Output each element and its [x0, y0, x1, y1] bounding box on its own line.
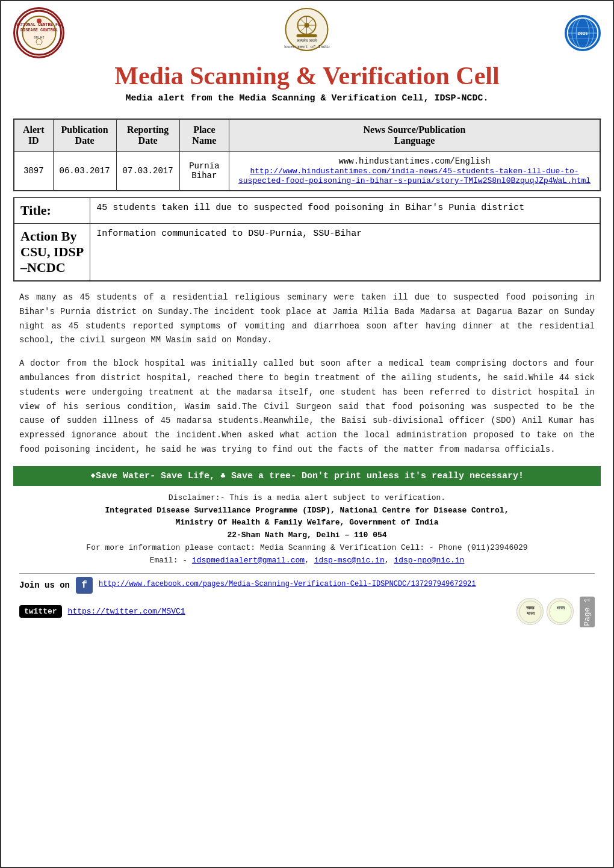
col-news-source-line1: News Source/Publication: [364, 125, 466, 135]
social-join-row: Join us on f http://www.facebook.com/pag…: [19, 577, 595, 594]
svg-text:Government of India: Government of India: [285, 45, 330, 49]
news-url-main: www.hindustantimes.com/English: [339, 156, 491, 166]
svg-text:2025: 2025: [577, 31, 588, 35]
govt-emblem: सत्यमेव जयते Government of India: [285, 7, 330, 52]
email-link-1[interactable]: idspmediaalert@gmail.com: [192, 556, 305, 565]
col-rep-date-line2: Date: [138, 135, 158, 146]
svg-text:DELHI: DELHI: [34, 35, 45, 40]
green-bar-text: ♦Save Water- Save Life, ♣ Save a tree- D…: [90, 471, 524, 481]
page-header: NATIONAL CENTRE FOR DISEASE CONTROL DELH…: [1, 1, 613, 112]
disclaimer-section: Disclaimer:- This is a media alert subje…: [19, 492, 595, 567]
table-header-row: Alert ID Publication Date Reporting Date…: [14, 119, 600, 152]
rep-date-cell: 07.03.2017: [116, 152, 179, 191]
place-cell: Purnia Bihar: [179, 152, 229, 191]
place-line1: Purnia: [189, 161, 219, 171]
disclaimer-line3: Ministry Of Health & Family Welfare, Gov…: [19, 517, 595, 529]
news-source-cell: www.hindustantimes.com/English http://ww…: [229, 152, 600, 191]
email-link-2[interactable]: idsp-msc@nic.in: [314, 556, 385, 565]
title-label: Title:: [14, 198, 90, 224]
main-title: Media Scanning & Verification Cell: [114, 61, 499, 90]
join-label: Join us on: [19, 580, 70, 590]
col-news-source-line2: Language: [394, 135, 435, 146]
action-label-line3: –NCDC: [20, 260, 66, 275]
col-pub-date-line2: Date: [75, 135, 95, 146]
alert-table: Alert ID Publication Date Reporting Date…: [13, 119, 601, 191]
title-value: 45 students taken ill due to suspected f…: [90, 198, 600, 224]
disclaimer-email: Email: - idspmediaalert@gmail.com, idsp-…: [19, 555, 595, 567]
svg-point-28: [550, 601, 571, 623]
ncdc-logo: NATIONAL CENTRE FOR DISEASE CONTROL DELH…: [13, 7, 64, 58]
disclaimer-line4: 22-Sham Nath Marg, Delhi – 110 054: [19, 529, 595, 542]
svg-point-6: [37, 19, 42, 23]
alert-id-cell: 3897: [14, 152, 53, 191]
subtitle: Media alert from the Media Scanning & Ve…: [125, 93, 488, 103]
place-line2: Bihar: [191, 171, 217, 180]
twitter-link[interactable]: https://twitter.com/MSVC1: [68, 607, 185, 616]
info-table: Title: 45 students taken ill due to susp…: [13, 197, 601, 282]
svg-rect-14: [297, 34, 317, 37]
svg-text:DISEASE CONTROL: DISEASE CONTROL: [20, 28, 57, 32]
col-rep-date: Reporting Date: [116, 119, 179, 152]
article-body: As many as 45 students of a residential …: [19, 291, 595, 457]
col-place-name: Place Name: [179, 119, 229, 152]
bharat-logo: भारत: [547, 598, 574, 625]
header-logos-row: NATIONAL CENTRE FOR DISEASE CONTROL DELH…: [13, 7, 601, 58]
article-para2: A doctor from the block hospital was ini…: [19, 357, 595, 457]
facebook-icon: f: [76, 577, 93, 594]
disclaimer-line2: Integrated Disease Surveillance Programm…: [19, 505, 595, 517]
swachh-logo: स्वच्छ भारत: [516, 598, 544, 625]
globe-logo: 2025: [565, 15, 601, 51]
title-row: Media Scanning & Verification Cell: [13, 61, 601, 90]
col-pub-date-line1: Publication: [61, 125, 108, 135]
col-alert-id: Alert ID: [14, 119, 53, 152]
action-label-line1: Action By: [20, 229, 77, 244]
col-news-source: News Source/Publication Language: [229, 119, 600, 152]
email-link-3[interactable]: idsp-npo@nic.in: [394, 556, 464, 565]
table-row: 3897 06.03.2017 07.03.2017 Purnia Bihar …: [14, 152, 600, 191]
pub-date-cell: 06.03.2017: [53, 152, 116, 191]
green-bar: ♦Save Water- Save Life, ♣ Save a tree- D…: [13, 466, 601, 486]
footer-separator: [19, 573, 595, 574]
col-pub-date: Publication Date: [53, 119, 116, 152]
action-info-row: Action By CSU, IDSP –NCDC Information co…: [14, 224, 600, 282]
swachh-bharat-logos: स्वच्छ भारत भारत: [516, 598, 574, 625]
twitter-logo: twitter: [19, 605, 62, 618]
page-number: Page 1: [580, 597, 595, 627]
news-url-link[interactable]: http://www.hindustantimes.com/india-news…: [238, 167, 591, 185]
disclaimer-line5: For more information please contact: Med…: [19, 542, 595, 555]
svg-text:सत्यमेव जयते: सत्यमेव जयते: [296, 38, 317, 43]
facebook-link[interactable]: http://www.facebook.com/pages/Media-Scan…: [99, 580, 476, 588]
col-rep-date-line1: Reporting: [127, 125, 169, 135]
title-info-row: Title: 45 students taken ill due to susp…: [14, 198, 600, 224]
action-value: Information communicated to DSU-Purnia, …: [90, 224, 600, 282]
article-para1: As many as 45 students of a residential …: [19, 291, 595, 348]
twitter-row: twitter https://twitter.com/MSVC1 स्वच्छ…: [19, 597, 595, 627]
svg-text:भारत: भारत: [526, 611, 535, 616]
disclaimer-line1: Disclaimer:- This is a media alert subje…: [19, 492, 595, 505]
svg-text:भारत: भारत: [556, 606, 565, 611]
svg-text:स्वच्छ: स्वच्छ: [526, 606, 535, 611]
action-label-line2: CSU, IDSP: [20, 244, 84, 259]
action-label: Action By CSU, IDSP –NCDC: [14, 224, 90, 282]
